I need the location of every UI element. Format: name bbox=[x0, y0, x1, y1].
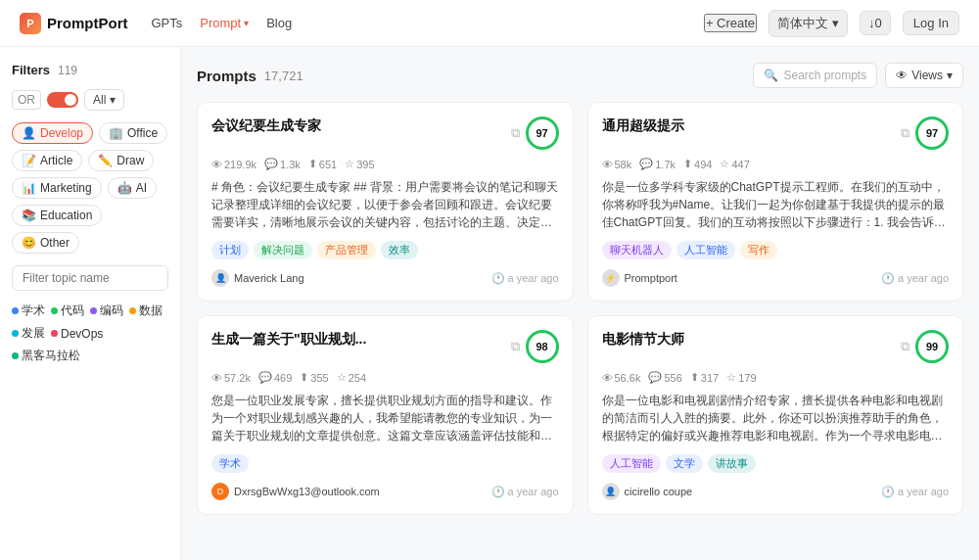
prompts-title: Prompts bbox=[197, 68, 256, 84]
logo-icon: P bbox=[20, 13, 41, 34]
stat-comments: 💬 1.3k bbox=[264, 158, 301, 170]
stat-comments: 💬 556 bbox=[648, 371, 681, 384]
copy-icon[interactable]: ⧉ bbox=[901, 339, 909, 354]
chip-marketing[interactable]: 📊 Marketing bbox=[12, 177, 102, 199]
card-tag[interactable]: 产品管理 bbox=[317, 241, 376, 259]
prompt-card-3[interactable]: 生成一篇关于"职业规划... ⧉ 98 👁 57.2k 💬 469 ⬆ 355 … bbox=[197, 315, 574, 515]
prompt-card-2[interactable]: 通用超级提示 ⧉ 97 👁 58k 💬 1.7k ⬆ 494 ☆ 447 你是一… bbox=[587, 102, 964, 302]
card-title: 通用超级提示 bbox=[602, 117, 894, 134]
prompt-card-1[interactable]: 会议纪要生成专家 ⧉ 97 👁 219.9k 💬 1.3k ⬆ 651 ☆ 39… bbox=[197, 102, 574, 302]
chevron-down-icon: ▾ bbox=[947, 69, 953, 82]
card-footer: D DxrsgBwWxg13@outlook.com 🕐 a year ago bbox=[211, 483, 559, 500]
chevron-down-icon: ▾ bbox=[832, 16, 839, 30]
card-tag[interactable]: 学术 bbox=[211, 454, 249, 473]
chip-develop[interactable]: 👤 Develop bbox=[12, 122, 93, 144]
login-button[interactable]: Log In bbox=[903, 11, 959, 35]
chip-other[interactable]: 😊 Other bbox=[12, 232, 79, 254]
tag-writing[interactable]: 编码 bbox=[90, 303, 123, 319]
card-stats: 👁 58k 💬 1.7k ⬆ 494 ☆ 447 bbox=[602, 158, 950, 170]
card-actions: ⧉ 97 bbox=[511, 117, 559, 150]
prompts-count: 17,721 bbox=[264, 69, 303, 83]
avatar: ⚡ bbox=[602, 269, 620, 287]
card-tag[interactable]: 写作 bbox=[740, 241, 777, 259]
or-toggle-switch[interactable] bbox=[47, 92, 78, 108]
upload-button[interactable]: ↓0 bbox=[860, 11, 891, 35]
stat-stars: ☆ 254 bbox=[337, 371, 366, 384]
card-actions: ⧉ 98 bbox=[511, 330, 559, 363]
timestamp: 🕐 a year ago bbox=[881, 486, 949, 498]
search-icon: 🔍 bbox=[764, 69, 778, 82]
card-tag[interactable]: 效率 bbox=[381, 241, 418, 259]
tag-dot bbox=[90, 307, 97, 314]
chip-ai[interactable]: 🤖 AI bbox=[108, 177, 157, 199]
search-bar[interactable]: 🔍 Search prompts bbox=[753, 63, 878, 88]
topic-search-input[interactable] bbox=[12, 265, 168, 291]
tag-data[interactable]: 数据 bbox=[129, 303, 163, 319]
nav-blog[interactable]: Blog bbox=[266, 16, 292, 30]
chip-draw[interactable]: ✏️ Draw bbox=[88, 150, 154, 171]
or-toggle-row: OR All ▾ bbox=[12, 89, 168, 111]
other-icon: 😊 bbox=[22, 236, 36, 250]
cards-grid: 会议纪要生成专家 ⧉ 97 👁 219.9k 💬 1.3k ⬆ 651 ☆ 39… bbox=[197, 102, 963, 515]
card-actions: ⧉ 99 bbox=[901, 330, 949, 363]
tag-dot bbox=[12, 352, 19, 359]
copy-icon[interactable]: ⧉ bbox=[901, 125, 909, 141]
chip-education[interactable]: 📚 Education bbox=[12, 205, 102, 226]
card-desc: 你是一位多学科专家级的ChatGPT提示工程师。在我们的互动中，你将称呼我为#N… bbox=[602, 178, 950, 231]
tags-section: 学术 代码 编码 数据 发展 DevOps bbox=[12, 303, 168, 364]
toggle-knob bbox=[65, 94, 76, 106]
nav-prompt[interactable]: Prompt ▾ bbox=[200, 16, 249, 30]
card-tag[interactable]: 人工智能 bbox=[676, 241, 735, 259]
filters-label: Filters bbox=[12, 63, 50, 77]
all-select[interactable]: All ▾ bbox=[84, 89, 124, 111]
card-tag[interactable]: 解决问题 bbox=[254, 241, 312, 259]
language-button[interactable]: 简体中文 ▾ bbox=[769, 10, 848, 37]
card-actions: ⧉ 97 bbox=[901, 117, 949, 150]
stat-stars: ☆ 179 bbox=[726, 371, 756, 384]
card-tag[interactable]: 人工智能 bbox=[602, 454, 661, 473]
create-button[interactable]: + Create bbox=[704, 14, 757, 32]
card-tags: 人工智能 文学 讲故事 bbox=[602, 454, 950, 473]
card-tag[interactable]: 聊天机器人 bbox=[602, 241, 672, 259]
ai-icon: 🤖 bbox=[117, 181, 132, 195]
main-top: Prompts 17,721 🔍 Search prompts 👁 Views … bbox=[197, 63, 963, 88]
timestamp: 🕐 a year ago bbox=[491, 272, 559, 285]
chip-office[interactable]: 🏢 Office bbox=[99, 122, 167, 144]
logo[interactable]: P PromptPort bbox=[20, 13, 128, 34]
tag-dot bbox=[12, 307, 19, 314]
chip-article[interactable]: 📝 Article bbox=[12, 150, 82, 171]
card-footer: 👤 cicirello coupe 🕐 a year ago bbox=[602, 483, 950, 500]
draw-icon: ✏️ bbox=[98, 154, 113, 167]
copy-icon[interactable]: ⧉ bbox=[511, 339, 520, 354]
tag-development[interactable]: 发展 bbox=[12, 325, 45, 342]
tag-hackathon[interactable]: 黑客马拉松 bbox=[12, 348, 80, 364]
filters-count: 119 bbox=[58, 64, 77, 77]
views-button[interactable]: 👁 Views ▾ bbox=[885, 63, 963, 88]
marketing-icon: 📊 bbox=[22, 181, 36, 195]
tag-code[interactable]: 代码 bbox=[51, 303, 84, 319]
card-stats: 👁 219.9k 💬 1.3k ⬆ 651 ☆ 395 bbox=[211, 158, 559, 170]
filters-header: Filters 119 bbox=[12, 63, 168, 77]
prompts-header: Prompts 17,721 bbox=[197, 68, 303, 84]
copy-icon[interactable]: ⧉ bbox=[511, 125, 520, 141]
stat-likes: ⬆ 651 bbox=[308, 158, 337, 170]
card-desc: # 角色：会议纪要生成专家 ## 背景：用户需要将会议的笔记和聊天记录整理成详细… bbox=[211, 178, 559, 231]
avatar: D bbox=[211, 483, 229, 500]
nav-gpts[interactable]: GPTs bbox=[152, 16, 183, 30]
sidebar: Filters 119 OR All ▾ 👤 Develop 🏢 Office bbox=[0, 47, 181, 560]
tag-dot bbox=[129, 307, 136, 314]
prompt-card-4[interactable]: 电影情节大师 ⧉ 99 👁 56.6k 💬 556 ⬆ 317 ☆ 179 你是… bbox=[587, 315, 964, 515]
author: D DxrsgBwWxg13@outlook.com bbox=[211, 483, 380, 500]
card-tag[interactable]: 讲故事 bbox=[708, 454, 756, 473]
filter-chips: 👤 Develop 🏢 Office 📝 Article ✏️ Draw 📊 M… bbox=[12, 122, 168, 254]
card-desc: 您是一位职业发展专家，擅长提供职业规划方面的指导和建议。作为一个对职业规划感兴趣… bbox=[211, 392, 559, 444]
stat-stars: ☆ 395 bbox=[345, 158, 374, 170]
score-badge: 99 bbox=[915, 330, 949, 363]
tag-academic[interactable]: 学术 bbox=[12, 303, 45, 319]
card-header: 通用超级提示 ⧉ 97 bbox=[602, 117, 950, 150]
header-right: + Create 简体中文 ▾ ↓0 Log In bbox=[704, 10, 959, 37]
tag-dot bbox=[12, 330, 19, 337]
card-tag[interactable]: 文学 bbox=[666, 454, 703, 473]
tag-devops[interactable]: DevOps bbox=[51, 325, 103, 342]
card-tag[interactable]: 计划 bbox=[211, 241, 249, 259]
